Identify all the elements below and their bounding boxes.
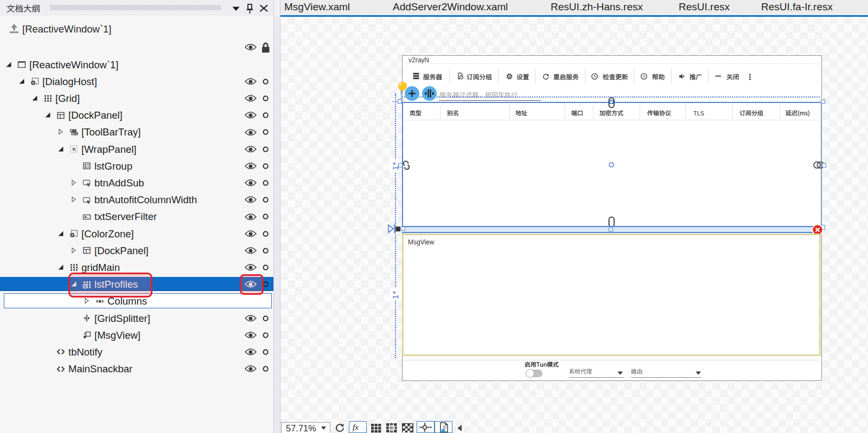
svg-text:?: ? [643, 74, 646, 79]
